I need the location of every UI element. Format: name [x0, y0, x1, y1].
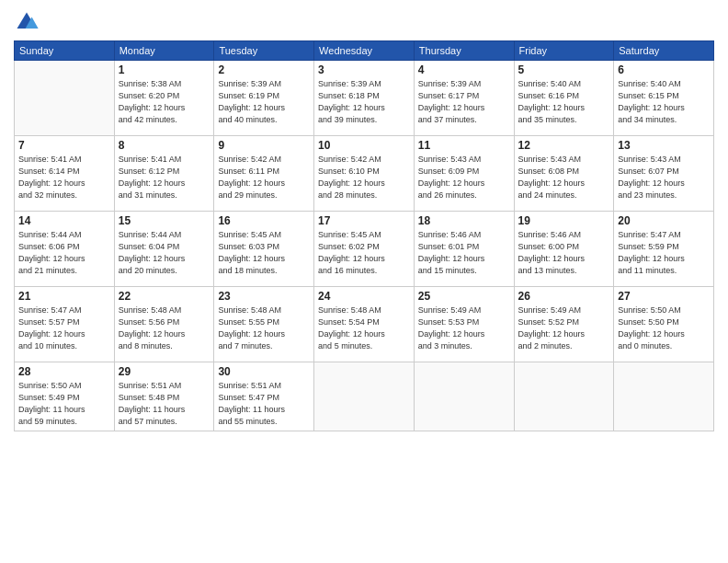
- calendar-cell: 5Sunrise: 5:40 AMSunset: 6:16 PMDaylight…: [514, 61, 614, 136]
- day-number: 9: [218, 139, 310, 152]
- logo-icon: [14, 9, 40, 35]
- weekday-header-monday: Monday: [114, 41, 214, 61]
- week-row-4: 21Sunrise: 5:47 AMSunset: 5:57 PMDayligh…: [15, 287, 714, 362]
- calendar-cell: 11Sunrise: 5:43 AMSunset: 6:09 PMDayligh…: [414, 136, 514, 212]
- day-number: 18: [418, 214, 510, 227]
- day-info: Sunrise: 5:46 AMSunset: 6:00 PMDaylight:…: [518, 229, 610, 277]
- day-number: 4: [418, 63, 510, 76]
- page: SundayMondayTuesdayWednesdayThursdayFrid…: [0, 0, 728, 563]
- calendar-cell: 22Sunrise: 5:48 AMSunset: 5:56 PMDayligh…: [114, 287, 214, 362]
- day-number: 2: [218, 63, 310, 76]
- day-number: 6: [618, 63, 710, 76]
- day-number: 29: [119, 365, 210, 378]
- calendar-cell: 4Sunrise: 5:39 AMSunset: 6:17 PMDaylight…: [414, 61, 514, 136]
- day-number: 22: [119, 290, 210, 303]
- day-info: Sunrise: 5:48 AMSunset: 5:56 PMDaylight:…: [119, 304, 210, 352]
- day-number: 21: [18, 290, 110, 303]
- calendar-cell: 3Sunrise: 5:39 AMSunset: 6:18 PMDaylight…: [314, 61, 415, 136]
- day-number: 28: [18, 365, 110, 378]
- calendar-cell: 8Sunrise: 5:41 AMSunset: 6:12 PMDaylight…: [114, 136, 214, 212]
- calendar-cell: 6Sunrise: 5:40 AMSunset: 6:15 PMDaylight…: [614, 61, 714, 136]
- day-number: 1: [119, 63, 210, 76]
- calendar-cell: 26Sunrise: 5:49 AMSunset: 5:52 PMDayligh…: [514, 287, 614, 362]
- day-info: Sunrise: 5:45 AMSunset: 6:03 PMDaylight:…: [218, 229, 310, 277]
- day-number: 12: [518, 139, 610, 152]
- calendar-cell: 17Sunrise: 5:45 AMSunset: 6:02 PMDayligh…: [314, 212, 415, 287]
- calendar-cell: [314, 362, 415, 431]
- day-info: Sunrise: 5:43 AMSunset: 6:09 PMDaylight:…: [418, 154, 510, 201]
- day-info: Sunrise: 5:41 AMSunset: 6:14 PMDaylight:…: [18, 154, 110, 201]
- day-info: Sunrise: 5:44 AMSunset: 6:04 PMDaylight:…: [119, 229, 210, 277]
- day-info: Sunrise: 5:48 AMSunset: 5:54 PMDaylight:…: [318, 304, 410, 352]
- calendar-cell: 25Sunrise: 5:49 AMSunset: 5:53 PMDayligh…: [414, 287, 514, 362]
- week-row-3: 14Sunrise: 5:44 AMSunset: 6:06 PMDayligh…: [15, 212, 714, 287]
- calendar-cell: 19Sunrise: 5:46 AMSunset: 6:00 PMDayligh…: [514, 212, 614, 287]
- day-number: 20: [618, 214, 710, 227]
- calendar-cell: 16Sunrise: 5:45 AMSunset: 6:03 PMDayligh…: [214, 212, 314, 287]
- day-info: Sunrise: 5:39 AMSunset: 6:17 PMDaylight:…: [418, 78, 510, 126]
- day-info: Sunrise: 5:44 AMSunset: 6:06 PMDaylight:…: [18, 229, 110, 277]
- calendar-cell: 30Sunrise: 5:51 AMSunset: 5:47 PMDayligh…: [214, 362, 314, 431]
- day-info: Sunrise: 5:50 AMSunset: 5:49 PMDaylight:…: [18, 380, 110, 428]
- week-row-5: 28Sunrise: 5:50 AMSunset: 5:49 PMDayligh…: [15, 362, 714, 431]
- day-number: 26: [518, 290, 610, 303]
- calendar-cell: 20Sunrise: 5:47 AMSunset: 5:59 PMDayligh…: [614, 212, 714, 287]
- day-info: Sunrise: 5:39 AMSunset: 6:18 PMDaylight:…: [318, 78, 410, 126]
- day-info: Sunrise: 5:39 AMSunset: 6:19 PMDaylight:…: [218, 78, 310, 126]
- day-info: Sunrise: 5:43 AMSunset: 6:07 PMDaylight:…: [618, 154, 710, 201]
- calendar-cell: 13Sunrise: 5:43 AMSunset: 6:07 PMDayligh…: [614, 136, 714, 212]
- day-number: 16: [218, 214, 310, 227]
- day-number: 27: [618, 290, 710, 303]
- calendar-cell: 24Sunrise: 5:48 AMSunset: 5:54 PMDayligh…: [314, 287, 415, 362]
- calendar-cell: 15Sunrise: 5:44 AMSunset: 6:04 PMDayligh…: [114, 212, 214, 287]
- day-number: 19: [518, 214, 610, 227]
- calendar-cell: 1Sunrise: 5:38 AMSunset: 6:20 PMDaylight…: [114, 61, 214, 136]
- day-info: Sunrise: 5:42 AMSunset: 6:10 PMDaylight:…: [318, 154, 410, 201]
- calendar-cell: [414, 362, 514, 431]
- day-number: 8: [119, 139, 210, 152]
- calendar-cell: 2Sunrise: 5:39 AMSunset: 6:19 PMDaylight…: [214, 61, 314, 136]
- day-info: Sunrise: 5:50 AMSunset: 5:50 PMDaylight:…: [618, 304, 710, 352]
- day-info: Sunrise: 5:45 AMSunset: 6:02 PMDaylight:…: [318, 229, 410, 277]
- weekday-header-friday: Friday: [514, 41, 614, 61]
- day-info: Sunrise: 5:41 AMSunset: 6:12 PMDaylight:…: [119, 154, 210, 201]
- day-number: 17: [318, 214, 410, 227]
- calendar-cell: 27Sunrise: 5:50 AMSunset: 5:50 PMDayligh…: [614, 287, 714, 362]
- day-info: Sunrise: 5:46 AMSunset: 6:01 PMDaylight:…: [418, 229, 510, 277]
- day-info: Sunrise: 5:48 AMSunset: 5:55 PMDaylight:…: [218, 304, 310, 352]
- day-info: Sunrise: 5:49 AMSunset: 5:53 PMDaylight:…: [418, 304, 510, 352]
- day-number: 3: [318, 63, 410, 76]
- day-info: Sunrise: 5:42 AMSunset: 6:11 PMDaylight:…: [218, 154, 310, 201]
- calendar-cell: 10Sunrise: 5:42 AMSunset: 6:10 PMDayligh…: [314, 136, 415, 212]
- day-info: Sunrise: 5:47 AMSunset: 5:57 PMDaylight:…: [18, 304, 110, 352]
- day-info: Sunrise: 5:40 AMSunset: 6:15 PMDaylight:…: [618, 78, 710, 126]
- day-number: 14: [18, 214, 110, 227]
- weekday-header-saturday: Saturday: [614, 41, 714, 61]
- calendar-cell: 9Sunrise: 5:42 AMSunset: 6:11 PMDaylight…: [214, 136, 314, 212]
- day-info: Sunrise: 5:43 AMSunset: 6:08 PMDaylight:…: [518, 154, 610, 201]
- day-number: 15: [119, 214, 210, 227]
- calendar-cell: 29Sunrise: 5:51 AMSunset: 5:48 PMDayligh…: [114, 362, 214, 431]
- logo: [14, 9, 43, 35]
- calendar-cell: 14Sunrise: 5:44 AMSunset: 6:06 PMDayligh…: [15, 212, 115, 287]
- calendar-cell: [614, 362, 714, 431]
- day-number: 30: [218, 365, 310, 378]
- day-number: 7: [18, 139, 110, 152]
- calendar-cell: 18Sunrise: 5:46 AMSunset: 6:01 PMDayligh…: [414, 212, 514, 287]
- calendar-table: SundayMondayTuesdayWednesdayThursdayFrid…: [14, 40, 714, 431]
- day-info: Sunrise: 5:38 AMSunset: 6:20 PMDaylight:…: [119, 78, 210, 126]
- week-row-2: 7Sunrise: 5:41 AMSunset: 6:14 PMDaylight…: [15, 136, 714, 212]
- calendar-cell: 28Sunrise: 5:50 AMSunset: 5:49 PMDayligh…: [15, 362, 115, 431]
- day-number: 13: [618, 139, 710, 152]
- week-row-1: 1Sunrise: 5:38 AMSunset: 6:20 PMDaylight…: [15, 61, 714, 136]
- weekday-header-thursday: Thursday: [414, 41, 514, 61]
- day-number: 5: [518, 63, 610, 76]
- day-info: Sunrise: 5:51 AMSunset: 5:47 PMDaylight:…: [218, 380, 310, 428]
- day-info: Sunrise: 5:51 AMSunset: 5:48 PMDaylight:…: [119, 380, 210, 428]
- weekday-header-sunday: Sunday: [15, 41, 115, 61]
- weekday-header-tuesday: Tuesday: [214, 41, 314, 61]
- day-number: 10: [318, 139, 410, 152]
- calendar-cell: [15, 61, 115, 136]
- weekday-header-row: SundayMondayTuesdayWednesdayThursdayFrid…: [15, 41, 714, 61]
- day-info: Sunrise: 5:49 AMSunset: 5:52 PMDaylight:…: [518, 304, 610, 352]
